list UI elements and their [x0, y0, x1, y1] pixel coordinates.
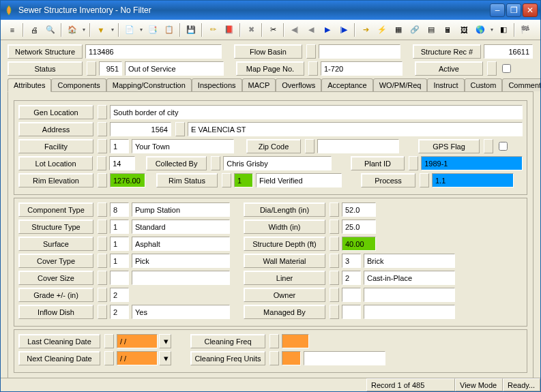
cleaning-units-code-field[interactable]: [282, 351, 301, 365]
arrow-icon[interactable]: ➔: [358, 22, 373, 37]
tab-macp[interactable]: MACP: [242, 78, 276, 91]
next-cleaning-field[interactable]: / /: [117, 351, 158, 365]
inflow-code-field[interactable]: 2: [110, 305, 129, 319]
tab-custom[interactable]: Custom: [465, 78, 503, 91]
tab-attributes[interactable]: Attributes: [8, 78, 51, 92]
lot-field[interactable]: 14: [109, 156, 135, 170]
eraser-icon[interactable]: ◧: [496, 22, 511, 37]
gps-checkbox[interactable]: [499, 142, 508, 151]
managed-lookup-button[interactable]: [330, 305, 339, 319]
flow-basin-lookup-button[interactable]: [306, 44, 316, 59]
collected-field[interactable]: Chris Grisby: [223, 156, 332, 170]
gps-lookup-button[interactable]: [484, 139, 493, 153]
cleaning-freq-lookup-button[interactable]: [269, 334, 279, 348]
delete-icon[interactable]: ✖: [244, 22, 259, 37]
status-code-field[interactable]: 951: [99, 61, 122, 76]
rim-elev-field[interactable]: 1276.00: [110, 173, 145, 187]
tab-components[interactable]: Components: [51, 78, 106, 91]
nav-last-icon[interactable]: |▶: [336, 22, 351, 37]
wall-lookup-button[interactable]: [330, 254, 339, 268]
search-icon[interactable]: 🔍: [43, 22, 58, 37]
link-icon[interactable]: 🔗: [407, 22, 422, 37]
dia-field[interactable]: 52.0: [342, 202, 376, 217]
surface-lookup-button[interactable]: [98, 237, 107, 251]
tab-instruct[interactable]: Instruct: [427, 78, 464, 91]
last-cleaning-lookup-button[interactable]: [104, 334, 114, 348]
grid-icon[interactable]: ▦: [391, 22, 406, 37]
liner-lookup-button[interactable]: [330, 271, 339, 285]
layers-icon[interactable]: ▤: [424, 22, 439, 37]
surface-code-field[interactable]: 1: [110, 237, 129, 251]
plant-lookup-button[interactable]: [409, 156, 418, 170]
next-cleaning-dropdown-button[interactable]: ▾: [159, 351, 171, 365]
inflow-lookup-button[interactable]: [98, 305, 107, 319]
zip-field[interactable]: [317, 139, 399, 153]
print-icon[interactable]: 🖨: [27, 22, 42, 37]
network-structure-field[interactable]: 113486: [85, 44, 222, 59]
lot-lookup-button[interactable]: [97, 156, 106, 170]
tab-wopm[interactable]: WO/PM/Req: [373, 78, 428, 91]
cover-type-code-field[interactable]: 1: [110, 254, 129, 268]
depth-lookup-button[interactable]: [330, 237, 339, 251]
calc-icon[interactable]: 🖩: [440, 22, 455, 37]
last-cleaning-field[interactable]: / /: [117, 334, 158, 348]
tab-mapping[interactable]: Mapping/Construction: [106, 78, 192, 91]
wall-code-field[interactable]: 3: [342, 254, 361, 268]
gen-location-field[interactable]: South border of city: [110, 105, 523, 119]
rim-status-lookup-button[interactable]: [222, 173, 231, 187]
flag-icon[interactable]: 🏁: [518, 22, 533, 37]
cover-size-code-field[interactable]: [110, 271, 129, 285]
tab-acceptance[interactable]: Acceptance: [321, 78, 372, 91]
cover-size-lookup-button[interactable]: [98, 271, 107, 285]
component-type-code-field[interactable]: 8: [110, 202, 129, 217]
flow-basin-field[interactable]: [319, 44, 400, 59]
tab-overflows[interactable]: Overflows: [276, 78, 321, 91]
gen-location-lookup-button[interactable]: [98, 105, 107, 119]
cleaning-units-lookup-button[interactable]: [269, 351, 279, 365]
liner-code-field[interactable]: 2: [342, 271, 361, 285]
new-doc-icon[interactable]: 📄: [122, 22, 137, 37]
maximize-button[interactable]: ❐: [506, 3, 521, 17]
minimize-button[interactable]: –: [490, 3, 505, 17]
collected-lookup-button[interactable]: [211, 156, 220, 170]
image-icon[interactable]: 🖼: [456, 22, 471, 37]
width-lookup-button[interactable]: [330, 220, 339, 234]
cleaning-freq-field[interactable]: [282, 334, 309, 348]
save-icon[interactable]: 💾: [184, 22, 199, 37]
component-type-lookup-button[interactable]: [98, 202, 107, 217]
home-dropdown-icon[interactable]: ▾: [81, 27, 87, 33]
width-field[interactable]: 25.0: [342, 220, 376, 234]
cover-type-lookup-button[interactable]: [98, 254, 107, 268]
active-lookup-button[interactable]: [487, 61, 497, 76]
globe-dropdown-icon[interactable]: ▾: [489, 27, 495, 33]
copy-icon[interactable]: 📑: [145, 22, 160, 37]
structure-type-lookup-button[interactable]: [98, 220, 107, 234]
nav-next-icon[interactable]: ▶: [320, 22, 335, 37]
tab-inspections[interactable]: Inspections: [192, 78, 242, 91]
depth-field[interactable]: 40.00: [342, 237, 376, 251]
globe-icon[interactable]: 🌎: [473, 22, 488, 37]
managed-code-field[interactable]: [342, 305, 361, 319]
facility-code-field[interactable]: 1: [110, 139, 129, 153]
rim-elev-lookup-button[interactable]: [98, 173, 107, 187]
dia-lookup-button[interactable]: [330, 202, 339, 217]
plant-field[interactable]: 1989-1: [421, 156, 523, 170]
process-field[interactable]: 1.1: [432, 173, 514, 187]
filter-dropdown-icon[interactable]: ▾: [110, 27, 115, 33]
rim-status-code-field[interactable]: 1: [234, 173, 253, 187]
structure-type-code-field[interactable]: 1: [110, 220, 129, 234]
grade-lookup-button[interactable]: [98, 288, 107, 302]
address-num-field[interactable]: 1564: [110, 122, 171, 136]
tab-comments[interactable]: Comments: [502, 78, 540, 91]
cut-icon[interactable]: ✂: [265, 22, 280, 37]
facility-lookup-button[interactable]: [98, 139, 107, 153]
next-cleaning-lookup-button[interactable]: [104, 351, 114, 365]
nav-first-icon[interactable]: ◀|: [287, 22, 302, 37]
last-cleaning-dropdown-button[interactable]: ▾: [159, 334, 171, 348]
address-lookup-button[interactable]: [98, 122, 107, 136]
zip-lookup-button[interactable]: [305, 139, 315, 153]
map-page-lookup-button[interactable]: [308, 61, 318, 76]
book-icon[interactable]: 📕: [222, 22, 237, 37]
address-street-lookup-button[interactable]: [175, 122, 185, 136]
bolt-icon[interactable]: ⚡: [375, 22, 390, 37]
